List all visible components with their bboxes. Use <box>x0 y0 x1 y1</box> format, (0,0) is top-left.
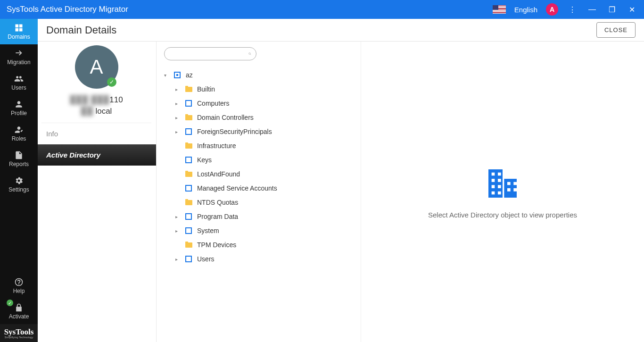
tree-node-label: Domain Controllers <box>197 114 254 121</box>
sidebar-item-migration[interactable]: Migration <box>0 44 38 70</box>
sidebar-item-label: Migration <box>7 59 30 66</box>
search-box[interactable] <box>164 47 256 60</box>
sidebar-item-label: Domains <box>8 33 30 40</box>
profile-icon <box>14 100 24 109</box>
tree-node-label: LostAndFound <box>197 170 240 178</box>
domain-avatar-letter: A <box>90 56 103 78</box>
tree-node[interactable]: ▸Builtin <box>164 82 353 96</box>
tree-root[interactable]: ▾ az <box>164 68 353 82</box>
properties-panel: Select Active Directory object to view p… <box>361 42 644 342</box>
tree-node[interactable]: Infrastructure <box>164 139 353 153</box>
sidebar-item-reports[interactable]: Reports <box>0 146 38 172</box>
help-icon <box>14 277 24 287</box>
user-avatar-button[interactable]: A <box>546 3 558 16</box>
expand-icon[interactable]: ▸ <box>175 115 180 120</box>
tree-node[interactable]: Keys <box>164 153 353 167</box>
tree-node-label: Users <box>197 255 215 263</box>
folder-icon <box>185 86 192 92</box>
folder-icon <box>185 114 192 121</box>
tree-node[interactable]: ▸Program Data <box>164 209 353 224</box>
domains-icon <box>14 23 24 33</box>
app-title: SysTools Active Directory Migrator <box>7 5 493 14</box>
folder-icon <box>185 242 192 248</box>
container-icon <box>185 100 192 107</box>
sidebar-item-label: Reports <box>9 161 29 167</box>
titlebar: SysTools Active Directory Migrator Engli… <box>0 0 644 19</box>
sidebar-item-users[interactable]: Users <box>0 70 38 95</box>
page-title: Domain Details <box>46 24 596 36</box>
search-icon <box>248 50 251 57</box>
tree-node-label: System <box>197 227 219 234</box>
sidebar-item-profile[interactable]: Profile <box>0 95 38 121</box>
folder-icon <box>185 171 192 177</box>
container-icon <box>185 128 192 135</box>
svg-point-0 <box>249 53 251 55</box>
sidebar-item-domains[interactable]: Domains <box>0 19 38 44</box>
sidebar-item-label: Profile <box>11 110 27 117</box>
settings-icon <box>14 176 24 185</box>
domain-panel: A ✓ ███ ███110 ██ local Info Active Dire… <box>38 42 157 342</box>
building-icon <box>484 165 521 202</box>
container-icon <box>185 185 192 192</box>
domain-name: ███ ███110 ██ local <box>70 94 123 117</box>
tree-node-label: ForeignSecurityPrincipals <box>197 128 272 135</box>
tree-panel: ▾ az ▸Builtin▸Computers▸Domain Controlle… <box>157 42 361 342</box>
tree-node[interactable]: ▸Users <box>164 252 353 266</box>
brand-name: SysTools <box>4 327 34 337</box>
sidebar-item-roles[interactable]: Roles <box>0 121 38 146</box>
tree-node-label: NTDS Quotas <box>197 199 238 206</box>
expand-icon[interactable]: ▸ <box>175 228 180 234</box>
tree-node-label: az <box>186 71 193 79</box>
flag-icon <box>493 5 506 14</box>
expand-icon[interactable]: ▸ <box>175 101 180 106</box>
sidebar: Domains Migration Users Profile Roles Re… <box>0 19 38 342</box>
search-input[interactable] <box>169 50 248 58</box>
sidebar-item-help[interactable]: Help <box>0 273 38 299</box>
expand-icon[interactable]: ▸ <box>175 87 180 92</box>
reports-icon <box>14 150 24 160</box>
collapse-icon[interactable]: ▾ <box>164 73 169 78</box>
tab-info[interactable]: Info <box>38 123 156 144</box>
close-window-icon[interactable]: ✕ <box>626 4 637 15</box>
language-selector[interactable]: English <box>514 6 537 14</box>
placeholder-message: Select Active Directory object to view p… <box>428 211 577 219</box>
roles-icon <box>14 125 24 134</box>
sidebar-item-label: Settings <box>8 186 29 193</box>
tree-node[interactable]: ▸Domain Controllers <box>164 110 353 125</box>
page-header: Domain Details CLOSE <box>38 19 644 42</box>
close-button[interactable]: CLOSE <box>596 22 636 38</box>
folder-icon <box>185 199 192 206</box>
sidebar-item-settings[interactable]: Settings <box>0 172 38 197</box>
tree-node-label: Infrastructure <box>197 142 236 150</box>
sidebar-item-label: Help <box>13 288 25 294</box>
svg-line-1 <box>250 54 251 55</box>
activate-icon <box>14 303 24 312</box>
container-icon <box>185 256 192 262</box>
tree-node[interactable]: ▸ForeignSecurityPrincipals <box>164 125 353 139</box>
expand-icon[interactable]: ▸ <box>175 214 180 219</box>
users-icon <box>14 74 24 83</box>
migration-icon <box>14 49 24 58</box>
tree-node[interactable]: ▸System <box>164 224 353 238</box>
tree-node-label: Managed Service Accounts <box>197 184 277 192</box>
tree-node[interactable]: LostAndFound <box>164 167 353 181</box>
sidebar-item-activate[interactable]: ✓ Activate <box>0 299 38 324</box>
expand-icon[interactable]: ▸ <box>175 257 180 262</box>
tree-node[interactable]: Managed Service Accounts <box>164 181 353 195</box>
tab-active-directory[interactable]: Active Directory <box>38 144 156 166</box>
tree-node[interactable]: TPM Devices <box>164 238 353 252</box>
tree-node-label: Computers <box>197 100 229 107</box>
tree-node-label: Builtin <box>197 85 215 93</box>
domain-avatar: A ✓ <box>75 45 118 89</box>
container-icon <box>185 213 192 220</box>
sidebar-item-label: Users <box>11 84 26 91</box>
tree-node[interactable]: NTDS Quotas <box>164 195 353 209</box>
maximize-icon[interactable]: ❐ <box>606 4 618 15</box>
more-menu-icon[interactable]: ⋮ <box>567 4 578 15</box>
expand-icon[interactable]: ▸ <box>175 129 180 134</box>
tree-node-label: Keys <box>197 156 212 164</box>
org-icon <box>173 72 181 78</box>
folder-icon <box>185 142 192 149</box>
minimize-icon[interactable]: — <box>586 4 598 15</box>
tree-node[interactable]: ▸Computers <box>164 96 353 110</box>
